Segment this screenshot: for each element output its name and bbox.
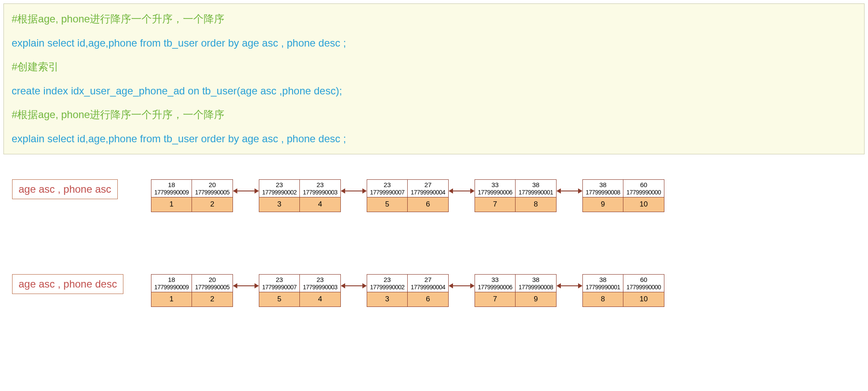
leaf-cell: 38177999900089: [582, 179, 623, 212]
row-label: age asc , phone asc: [12, 179, 118, 199]
leaf-cell: 23177999900075: [367, 179, 408, 212]
cell-id: 9: [516, 292, 556, 306]
leaf-node-pair: 1817799990009120177999900052: [151, 179, 233, 212]
cell-age: 38: [583, 275, 623, 284]
cell-age: 27: [408, 180, 448, 189]
cell-phone: 17799990003: [300, 284, 340, 292]
cell-age: 38: [516, 275, 556, 284]
double-arrow-link: [341, 285, 366, 286]
double-arrow-link: [341, 191, 366, 191]
double-arrow-link: [557, 191, 582, 191]
cell-age: 23: [300, 180, 340, 189]
cell-age: 27: [408, 275, 448, 284]
cell-id: 10: [623, 197, 664, 211]
cell-id: 8: [583, 292, 623, 306]
leaf-cell: 601779999000010: [623, 179, 664, 212]
cell-id: 6: [408, 292, 448, 306]
cell-age: 23: [259, 275, 299, 284]
cell-age: 18: [151, 275, 192, 284]
cell-id: 10: [623, 292, 664, 306]
leaf-cell: 38177999900018: [582, 274, 623, 307]
cell-age: 23: [367, 275, 407, 284]
leaf-node-pair: 38177999900018601779999000010: [582, 274, 664, 307]
leaf-node-pair: 2317799990007523177999900034: [259, 274, 341, 307]
cell-id: 4: [300, 292, 340, 306]
cell-phone: 17799990002: [367, 284, 407, 292]
cell-id: 1: [151, 292, 192, 306]
leaf-cell: 20177999900052: [192, 179, 233, 212]
cell-id: 3: [367, 292, 407, 306]
leaf-cell: 23177999900034: [300, 179, 341, 212]
cell-id: 5: [367, 197, 407, 211]
cell-age: 38: [516, 180, 556, 189]
cell-phone: 17799990001: [516, 189, 556, 197]
cell-phone: 17799990005: [192, 189, 233, 197]
cell-age: 38: [583, 180, 623, 189]
leaf-cell: 38177999900089: [516, 274, 557, 307]
leaf-cell: 27177999900046: [408, 179, 449, 212]
leaf-cell: 23177999900034: [300, 274, 341, 307]
cell-id: 1: [151, 197, 192, 211]
cell-age: 60: [623, 275, 664, 284]
cell-id: 6: [408, 197, 448, 211]
index-row-asc-asc: age asc , phone asc 18177999900091201779…: [9, 179, 868, 218]
cell-age: 20: [192, 180, 233, 189]
leaf-cell: 33177999900067: [475, 179, 516, 212]
cell-phone: 17799990004: [408, 284, 448, 292]
leaf-node-pair: 3317799990006738177999900089: [475, 274, 557, 307]
cell-phone: 17799990006: [475, 284, 515, 292]
leaf-cell: 33177999900067: [475, 274, 516, 307]
cell-id: 7: [475, 197, 515, 211]
code-comment: #创建索引: [12, 59, 856, 74]
leaf-cell: 27177999900046: [408, 274, 449, 307]
code-sql: explain select id,age,phone from tb_user…: [12, 131, 856, 146]
code-sql: explain select id,age,phone from tb_user…: [12, 36, 856, 50]
double-arrow-link: [557, 285, 582, 286]
cell-age: 20: [192, 275, 233, 284]
index-row-asc-desc: age asc , phone desc 1817799990009120177…: [9, 274, 868, 313]
code-comment: #根据age, phone进行降序一个升序，一个降序: [12, 12, 856, 26]
cell-id: 7: [475, 292, 515, 306]
code-comment: #根据age, phone进行降序一个升序，一个降序: [12, 107, 856, 122]
double-arrow-link: [449, 191, 474, 191]
leaf-node-pair: 1817799990009120177999900052: [151, 274, 233, 307]
cell-id: 9: [583, 197, 623, 211]
leaf-node-pair: 2317799990007527177999900046: [367, 179, 449, 212]
cell-phone: 17799990008: [583, 189, 623, 197]
leaf-cell: 20177999900052: [192, 274, 233, 307]
leaf-cell: 23177999900023: [367, 274, 408, 307]
cell-id: 5: [259, 292, 299, 306]
cell-age: 33: [475, 180, 515, 189]
cell-phone: 17799990009: [151, 284, 192, 292]
row-label: age asc , phone desc: [12, 274, 123, 294]
leaf-cell: 23177999900075: [259, 274, 300, 307]
cell-phone: 17799990000: [623, 284, 664, 292]
cell-age: 60: [623, 180, 664, 189]
code-sql: create index idx_user_age_phone_ad on tb…: [12, 84, 856, 98]
cell-phone: 17799990004: [408, 189, 448, 197]
cell-age: 23: [259, 180, 299, 189]
cell-phone: 17799990005: [192, 284, 233, 292]
cell-age: 23: [300, 275, 340, 284]
cell-phone: 17799990000: [623, 189, 664, 197]
cell-phone: 17799990006: [475, 189, 515, 197]
code-block: #根据age, phone进行降序一个升序，一个降序 explain selec…: [3, 3, 865, 154]
cell-phone: 17799990008: [516, 284, 556, 292]
leaf-cell: 23177999900023: [259, 179, 300, 212]
cell-id: 3: [259, 197, 299, 211]
cell-age: 18: [151, 180, 192, 189]
double-arrow-link: [449, 285, 474, 286]
cell-phone: 17799990001: [583, 284, 623, 292]
diagram-area: age asc , phone asc 18177999900091201779…: [0, 158, 868, 386]
cell-age: 33: [475, 275, 515, 284]
leaf-cell: 38177999900018: [516, 179, 557, 212]
leaf-node-pair: 3317799990006738177999900018: [475, 179, 557, 212]
leaf-node-pair: 2317799990002327177999900046: [367, 274, 449, 307]
cell-id: 2: [192, 197, 233, 211]
leaf-cell: 18177999900091: [151, 274, 192, 307]
leaf-cell: 18177999900091: [151, 179, 192, 212]
cell-phone: 17799990009: [151, 189, 192, 197]
leaf-node-pair: 38177999900089601779999000010: [582, 179, 664, 212]
cell-phone: 17799990007: [259, 284, 299, 292]
cell-age: 23: [367, 180, 407, 189]
